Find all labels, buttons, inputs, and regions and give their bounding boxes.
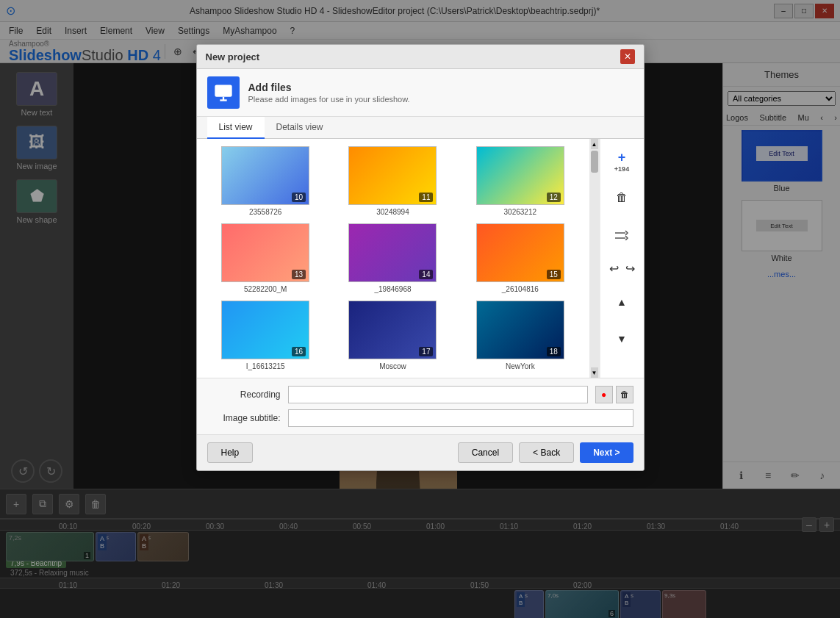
back-button[interactable]: < Back	[519, 442, 574, 463]
recording-row: Recording ● 🗑	[207, 386, 633, 403]
image-name-15: _26104816	[502, 285, 539, 293]
image-item-17[interactable]: 17 Moscow	[333, 301, 453, 370]
scroll-down-arrow[interactable]: ▼	[591, 367, 598, 378]
modal-action-buttons: Cancel < Back Next >	[458, 442, 633, 463]
scroll-up-arrow[interactable]: ▲	[591, 139, 598, 149]
modal-header: Add files Please add images for use in y…	[197, 69, 644, 117]
recording-input[interactable]	[288, 386, 588, 403]
modal: New project ✕ Add files Please add image…	[196, 44, 645, 471]
next-button[interactable]: Next >	[580, 442, 633, 463]
image-item-10[interactable]: 10 23558726	[206, 146, 326, 216]
cancel-button[interactable]: Cancel	[458, 442, 513, 463]
record-button[interactable]: ●	[595, 386, 613, 403]
image-name-11: 30248994	[376, 208, 409, 216]
image-thumb-14: 14	[348, 223, 437, 282]
image-item-14[interactable]: 14 _19846968	[333, 223, 453, 293]
subtitle-label: Image subtitle:	[207, 413, 281, 423]
subtitle-input[interactable]	[288, 409, 633, 427]
image-name-18: NewYork	[506, 362, 535, 370]
image-thumb-16: 16	[221, 301, 309, 359]
svg-rect-0	[215, 85, 231, 97]
image-thumb-11: 11	[348, 146, 437, 205]
move-down-button[interactable]: ▼	[606, 326, 637, 352]
shuffle-button[interactable]	[606, 221, 637, 248]
modal-sidebar: + +194 🗑 ↩ ↪ ▲ ▼	[600, 139, 644, 378]
modal-overlay: New project ✕ Add files Please add image…	[0, 0, 840, 618]
image-thumb-12: 12	[476, 146, 564, 205]
image-item-12[interactable]: 12 30263212	[460, 146, 580, 216]
image-name-16: I_16613215	[246, 362, 285, 370]
modal-tabs: List view Details view	[197, 117, 644, 139]
modal-titlebar: New project ✕	[197, 45, 644, 69]
modal-buttons: Help Cancel < Back Next >	[197, 434, 644, 470]
image-item-11[interactable]: 11 30248994	[333, 146, 453, 216]
image-name-17: Moscow	[379, 362, 406, 370]
modal-image-grid: 10 23558726 11 30248994 12 30263212 13 5…	[197, 139, 589, 378]
image-thumb-18: 18	[476, 301, 564, 359]
image-name-13: 52282200_M	[244, 285, 287, 293]
delete-image-button[interactable]: 🗑	[606, 184, 637, 211]
image-name-12: 30263212	[504, 208, 537, 216]
image-item-16[interactable]: 16 I_16613215	[206, 301, 326, 370]
shuffle-icon	[614, 229, 629, 240]
tab-details-view[interactable]: Details view	[265, 117, 335, 139]
modal-header-title: Add files	[248, 82, 410, 93]
subtitle-row: Image subtitle:	[207, 409, 633, 427]
modal-footer: Recording ● 🗑 Image subtitle:	[197, 378, 644, 434]
image-item-15[interactable]: 15 _26104816	[460, 223, 580, 293]
image-thumb-10: 10	[221, 146, 309, 205]
tab-list-view[interactable]: List view	[207, 117, 265, 139]
recording-buttons: ● 🗑	[595, 386, 633, 403]
clear-recording-button[interactable]: 🗑	[616, 386, 633, 403]
recording-label: Recording	[207, 389, 281, 400]
move-up-button[interactable]: ▲	[606, 289, 637, 315]
undo-button[interactable]: ↩	[607, 258, 620, 279]
redo-button[interactable]: ↪	[623, 258, 636, 279]
image-item-18[interactable]: 18 NewYork	[460, 301, 580, 370]
modal-header-text: Add files Please add images for use in y…	[248, 82, 410, 104]
image-name-10: 23558726	[249, 208, 282, 216]
modal-help-button[interactable]: Help	[207, 442, 254, 463]
modal-header-icon	[207, 76, 240, 109]
image-thumb-17: 17	[348, 301, 437, 359]
undo-redo-group: ↩ ↪	[607, 258, 636, 279]
image-thumb-15: 15	[476, 223, 564, 282]
modal-title: New project	[206, 51, 260, 62]
image-name-14: _19846968	[374, 285, 411, 293]
modal-header-desc: Please add images for use in your slides…	[248, 95, 410, 104]
image-item-13[interactable]: 13 52282200_M	[206, 223, 326, 293]
scrollbar-thumb[interactable]	[591, 151, 598, 173]
add-images-button[interactable]: + +194	[606, 148, 637, 174]
modal-close-button[interactable]: ✕	[620, 49, 635, 64]
modal-scrollbar[interactable]: ▲ ▼	[589, 139, 600, 378]
scrollbar-track	[589, 149, 600, 367]
modal-body: 10 23558726 11 30248994 12 30263212 13 5…	[197, 139, 644, 378]
image-thumb-13: 13	[221, 223, 309, 282]
monitor-icon	[213, 82, 234, 103]
